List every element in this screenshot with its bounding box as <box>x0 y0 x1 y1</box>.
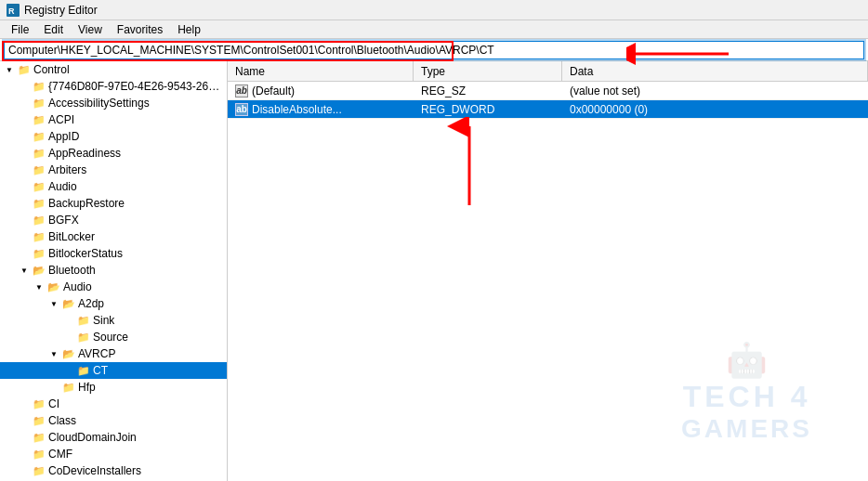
title-bar: R Registry Editor <box>0 0 868 20</box>
tree-label-control: Control <box>33 63 70 76</box>
cell-data-default: (value not set) <box>562 84 868 98</box>
tree-item-accessibility[interactable]: 📁 AccessibilitySettings <box>0 95 227 111</box>
title-text: Registry Editor <box>24 4 98 17</box>
table-row-disableabsolute[interactable]: ab DisableAbsolute... REG_DWORD 0x000000… <box>228 100 868 119</box>
tree-item-codeviceinstallers[interactable]: 📁 CoDeviceInstallers <box>0 462 227 479</box>
address-bar <box>0 39 868 61</box>
tree-root-control[interactable]: ▼ 📁 Control <box>0 61 227 78</box>
cell-name-default: ab (Default) <box>228 84 414 98</box>
folder-icon-control: 📁 <box>17 62 32 77</box>
tree-item-bt-avrcp[interactable]: ▼ 📂 AVRCP <box>0 345 227 362</box>
col-header-type[interactable]: Type <box>414 61 562 81</box>
menu-edit[interactable]: Edit <box>36 20 71 38</box>
tree-item-appid[interactable]: 📁 AppID <box>0 128 227 145</box>
tree-item-appreadiness[interactable]: 📁 AppReadiness <box>0 145 227 162</box>
tree-item-backuprestore[interactable]: 📁 BackupRestore <box>0 195 227 212</box>
menu-file[interactable]: File <box>4 20 36 38</box>
expander-control[interactable]: ▼ <box>2 62 17 77</box>
menu-view[interactable]: View <box>71 20 110 38</box>
tree-item-bt-audio[interactable]: ▼ 📂 Audio <box>0 279 227 295</box>
tree-item-bt-sink[interactable]: 📁 Sink <box>0 312 227 329</box>
table-row-default[interactable]: ab (Default) REG_SZ (value not set) <box>228 82 868 100</box>
tree-item-bt-ct[interactable]: 📁 CT <box>0 362 227 379</box>
menu-favorites[interactable]: Favorites <box>110 20 170 38</box>
tree-item-guid[interactable]: 📁 {7746D80F-97E0-4E26-9543-26B41FC2... <box>0 78 227 95</box>
tree-label-guid: {7746D80F-97E0-4E26-9543-26B41FC2... <box>48 80 223 93</box>
reg-icon-default: ab <box>235 84 248 98</box>
table-header: Name Type Data <box>228 61 868 82</box>
right-panel: Name Type Data ab (Default) REG_SZ (valu… <box>228 61 868 481</box>
tree-panel[interactable]: ▼ 📁 Control 📁 {7746D80F-97E0-4E26-9543-2… <box>0 61 228 481</box>
col-header-data[interactable]: Data <box>562 61 868 81</box>
tree-item-bitlocker[interactable]: 📁 BitLocker <box>0 228 227 245</box>
address-input[interactable] <box>4 41 864 59</box>
cell-type-disableabsolute: REG_DWORD <box>414 103 562 116</box>
cell-data-disableabsolute: 0x00000000 (0) <box>562 103 868 116</box>
cell-type-default: REG_SZ <box>414 84 562 98</box>
tree-item-cmf[interactable]: 📁 CMF <box>0 446 227 462</box>
table-body: ab (Default) REG_SZ (value not set) ab D… <box>228 82 868 481</box>
tree-item-acpi[interactable]: 📁 ACPI <box>0 111 227 128</box>
tree-item-ci[interactable]: 📁 CI <box>0 396 227 412</box>
main-content: ▼ 📁 Control 📁 {7746D80F-97E0-4E26-9543-2… <box>0 61 868 481</box>
tree-item-bt-a2dp[interactable]: ▼ 📂 A2dp <box>0 295 227 312</box>
tree-item-audio[interactable]: 📁 Audio <box>0 178 227 195</box>
menu-bar: File Edit View Favorites Help <box>0 20 868 39</box>
tree-item-bt-source[interactable]: 📁 Source <box>0 329 227 345</box>
tree-item-clouddomainjoin[interactable]: 📁 CloudDomainJoin <box>0 429 227 446</box>
tree-item-bgfx[interactable]: 📁 BGFX <box>0 212 227 228</box>
reg-icon-disableabsolute: ab <box>235 103 248 116</box>
cell-name-disableabsolute: ab DisableAbsolute... <box>228 103 414 116</box>
col-header-name[interactable]: Name <box>228 61 414 81</box>
tree-item-bluetooth[interactable]: ▼ 📂 Bluetooth <box>0 262 227 279</box>
tree-item-arbiters[interactable]: 📁 Arbiters <box>0 162 227 178</box>
folder-icon-guid: 📁 <box>32 79 46 94</box>
menu-help[interactable]: Help <box>170 20 208 38</box>
tree-item-class[interactable]: 📁 Class <box>0 412 227 429</box>
svg-text:R: R <box>8 6 15 16</box>
registry-editor-icon: R <box>6 3 20 18</box>
tree-item-bitlockerstatus[interactable]: 📁 BitlockerStatus <box>0 245 227 262</box>
tree-item-bt-hfp[interactable]: 📁 Hfp <box>0 379 227 396</box>
expander-guid <box>17 79 32 94</box>
